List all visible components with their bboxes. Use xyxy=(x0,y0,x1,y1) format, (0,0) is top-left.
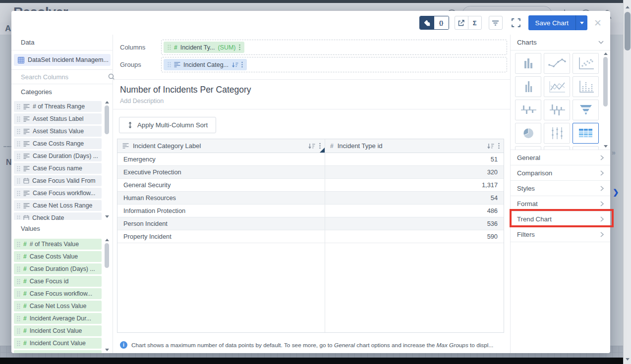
scroll-down-arrow[interactable] xyxy=(105,349,109,351)
section-general[interactable]: General xyxy=(511,150,610,165)
section-format[interactable]: Format xyxy=(511,196,610,211)
fullscreen-button[interactable] xyxy=(512,18,520,27)
field-menu-icon[interactable] xyxy=(239,44,240,51)
chart-type-funnel-chart[interactable] xyxy=(573,100,599,120)
drag-handle-icon xyxy=(17,279,20,284)
value-item[interactable]: # Incident Net Loss Val... xyxy=(14,350,102,353)
numeric-field-icon: # xyxy=(23,352,27,353)
category-item[interactable]: Case Costs Range xyxy=(14,138,102,149)
section-trend-chart[interactable]: Trend Chart xyxy=(511,211,610,227)
scroll-thumb[interactable] xyxy=(603,57,608,106)
scroll-up-arrow[interactable] xyxy=(105,101,109,104)
category-item[interactable]: Case Focus workflow... xyxy=(14,188,102,199)
chart-type-hidden-chart-1[interactable] xyxy=(515,146,541,150)
groups-field-pill[interactable]: Incident Categ... xyxy=(164,59,247,70)
sort-az-icon[interactable] xyxy=(231,62,238,68)
value-item[interactable]: # Case Focus workflow... xyxy=(14,288,102,299)
table-row[interactable]: Property Incident 590 xyxy=(117,230,504,243)
value-item[interactable]: # Case Net Loss Value xyxy=(14,301,102,312)
groups-dropzone[interactable]: Incident Categ... xyxy=(161,57,507,72)
scroll-down-arrow[interactable] xyxy=(105,215,109,218)
sort-icon[interactable] xyxy=(308,143,315,149)
columns-field-pill[interactable]: # Incident Ty... (SUM) xyxy=(164,42,244,53)
value-cell: 536 xyxy=(325,217,504,230)
chart-grid-scrollbar[interactable] xyxy=(603,52,608,148)
apply-multi-column-sort-button[interactable]: Apply Multi-Column Sort xyxy=(119,117,216,133)
value-item[interactable]: # Incident Cost Value xyxy=(14,325,102,336)
scroll-up-arrow[interactable] xyxy=(604,52,608,55)
categories-scrollbar[interactable] xyxy=(104,101,110,218)
search-columns-row[interactable] xyxy=(11,69,113,84)
section-filters[interactable]: Filters xyxy=(511,227,610,242)
table-row[interactable]: Person Incident 536 xyxy=(117,217,504,230)
category-item[interactable]: Case Net Loss Range xyxy=(14,200,102,211)
browser-scrollbar[interactable] xyxy=(623,0,631,364)
category-item[interactable]: Check Date xyxy=(14,212,102,220)
table-row[interactable]: General Security 1,317 xyxy=(117,179,504,192)
expand-chevron-icon[interactable]: ❯ xyxy=(613,188,619,197)
scroll-up-arrow[interactable] xyxy=(105,239,109,241)
value-item[interactable]: # Case Duration (Days) ... xyxy=(14,263,102,274)
chart-type-scatter-plot[interactable] xyxy=(573,53,599,74)
filter-lines-button[interactable] xyxy=(489,16,503,30)
search-columns-input[interactable] xyxy=(21,73,108,81)
chart-type-data-table[interactable] xyxy=(573,123,599,144)
chart-type-dot-column-chart[interactable] xyxy=(573,76,599,97)
category-item[interactable]: Case Focus Valid From xyxy=(14,175,102,186)
chart-description-placeholder[interactable]: Add Description xyxy=(120,98,164,104)
table-row[interactable]: Information Protection 486 xyxy=(117,205,504,217)
sort-icon[interactable] xyxy=(487,143,494,149)
charts-section-header[interactable]: Charts xyxy=(511,35,610,51)
category-item[interactable]: # of Threats Range xyxy=(14,101,102,112)
chart-type-hidden-chart-3[interactable] xyxy=(573,146,599,150)
table-header-category[interactable]: Incident Category Label xyxy=(117,139,325,153)
value-item[interactable]: # # of Threats Value xyxy=(14,239,102,250)
column-menu-icon[interactable] xyxy=(498,143,500,149)
save-chart-button[interactable]: Save Chart xyxy=(528,15,576,30)
columns-dropzone[interactable]: # Incident Ty... (SUM) xyxy=(161,40,507,55)
value-item[interactable]: # Incident Count Value xyxy=(14,338,102,349)
scroll-thumb[interactable] xyxy=(105,243,109,268)
category-item[interactable]: Asset Status Label xyxy=(14,113,102,124)
chart-type-multi-line-chart[interactable] xyxy=(544,76,570,97)
dataset-item[interactable]: DataSet Incident Managem... xyxy=(14,54,111,66)
table-row[interactable]: Emergency 51 xyxy=(117,153,504,166)
tag-toggle-button[interactable] xyxy=(420,16,434,29)
table-header-value[interactable]: # Incident Type id xyxy=(325,139,504,153)
chart-type-box-plot-chart[interactable] xyxy=(544,123,570,144)
close-icon[interactable]: ✕ xyxy=(594,18,602,28)
value-item[interactable]: # Incident Average Dur... xyxy=(14,313,102,324)
chart-type-deviation-column-chart[interactable] xyxy=(544,100,570,120)
field-menu-icon[interactable] xyxy=(241,61,243,68)
scroll-thumb[interactable] xyxy=(625,12,631,51)
numeric-field-icon: # xyxy=(23,253,27,260)
save-chart-dropdown[interactable] xyxy=(575,15,587,30)
aggregate-sigma-button[interactable]: Σ xyxy=(468,16,482,30)
chart-type-bar-chart[interactable] xyxy=(515,53,541,74)
value-item[interactable]: # Case Costs Value xyxy=(14,251,102,262)
chart-type-pie-chart[interactable] xyxy=(515,123,541,144)
table-row[interactable]: Human Resources 54 xyxy=(117,192,504,205)
table-row[interactable]: Executive Protection 320 xyxy=(117,166,504,179)
transpose-button[interactable] xyxy=(455,16,468,30)
section-styles[interactable]: Styles xyxy=(511,181,610,196)
values-scrollbar[interactable] xyxy=(104,239,110,351)
category-item[interactable]: Case Focus name xyxy=(14,163,102,174)
chart-type-deviation-bar-chart[interactable] xyxy=(515,100,541,120)
section-comparison[interactable]: Comparison xyxy=(511,165,610,181)
chart-type-hidden-chart-2[interactable] xyxy=(544,146,570,150)
scroll-thumb[interactable] xyxy=(105,105,109,134)
category-item[interactable]: Case Duration (Days) ... xyxy=(14,151,102,161)
collapse-chevrons-icon[interactable]: » xyxy=(612,149,616,156)
category-item[interactable]: Asset Status Value xyxy=(14,126,102,137)
chart-type-column-chart[interactable] xyxy=(515,76,541,97)
scroll-up-arrow[interactable] xyxy=(624,3,631,11)
chart-type-line-chart[interactable] xyxy=(544,53,570,74)
value-cell: 590 xyxy=(325,230,504,243)
braces-toggle-button[interactable]: {} xyxy=(434,16,449,29)
scroll-down-arrow[interactable] xyxy=(624,355,631,363)
scroll-down-arrow[interactable] xyxy=(604,145,608,148)
list-icon xyxy=(122,143,129,149)
chart-title[interactable]: Number of Incidents Per Category xyxy=(120,85,251,95)
value-item[interactable]: # Case Focus id xyxy=(14,276,102,287)
